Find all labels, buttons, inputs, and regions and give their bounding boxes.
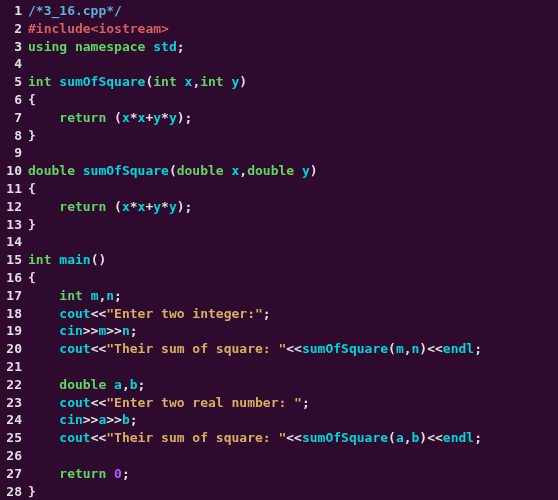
token-plain: ; xyxy=(302,395,310,410)
code-editor[interactable]: 1/*3_16.cpp*/2#include<iostream>3using n… xyxy=(0,0,558,500)
code-line[interactable]: 5int sumOfSquare(int x,int y) xyxy=(0,73,558,91)
token-plain: * xyxy=(161,199,169,214)
token-plain: ( xyxy=(388,430,396,445)
token-string: "Enter two real number: " xyxy=(106,395,302,410)
token-plain: << xyxy=(286,430,302,445)
code-line[interactable]: 14 xyxy=(0,233,558,251)
token-plain: ; xyxy=(177,39,185,54)
code-line[interactable]: 21 xyxy=(0,358,558,376)
token-type: int xyxy=(200,74,223,89)
code-content[interactable]: using namespace std; xyxy=(28,38,558,56)
code-line[interactable]: 24 cin>>a>>b; xyxy=(0,411,558,429)
token-type: double xyxy=(177,163,224,178)
line-number: 9 xyxy=(0,144,28,162)
code-line[interactable]: 9 xyxy=(0,144,558,162)
code-line[interactable]: 20 cout<<"Their sum of square: "<<sumOfS… xyxy=(0,340,558,358)
token-string: "Their sum of square: " xyxy=(106,341,286,356)
code-line[interactable]: 13} xyxy=(0,216,558,234)
code-content[interactable]: cout<<"Enter two real number: "; xyxy=(28,394,558,412)
code-content[interactable]: } xyxy=(28,216,558,234)
code-content[interactable]: } xyxy=(28,127,558,145)
code-line[interactable]: 3using namespace std; xyxy=(0,38,558,56)
code-content[interactable]: /*3_16.cpp*/ xyxy=(28,2,558,20)
code-content[interactable]: int sumOfSquare(int x,int y) xyxy=(28,73,558,91)
token-ident: b xyxy=(130,377,138,392)
code-content[interactable] xyxy=(28,144,558,162)
token-type: int xyxy=(59,288,82,303)
code-content[interactable]: #include<iostream> xyxy=(28,20,558,38)
code-line[interactable]: 12 return (x*x+y*y); xyxy=(0,198,558,216)
token-plain xyxy=(28,288,59,303)
token-plain: ; xyxy=(474,341,482,356)
token-plain: ( xyxy=(106,199,122,214)
token-type: int xyxy=(153,74,176,89)
line-number: 14 xyxy=(0,233,28,251)
code-line[interactable]: 18 cout<<"Enter two integer:"; xyxy=(0,305,558,323)
code-content[interactable] xyxy=(28,358,558,376)
code-line[interactable]: 2#include<iostream> xyxy=(0,20,558,38)
code-content[interactable]: double a,b; xyxy=(28,376,558,394)
code-content[interactable]: } xyxy=(28,483,558,500)
token-plain xyxy=(28,199,59,214)
code-content[interactable]: double sumOfSquare(double x,double y) xyxy=(28,162,558,180)
token-plain xyxy=(83,288,91,303)
code-content[interactable]: return (x*x+y*y); xyxy=(28,198,558,216)
token-ident: m xyxy=(396,341,404,356)
code-line[interactable]: 15int main() xyxy=(0,251,558,269)
code-content[interactable]: cout<<"Enter two integer:"; xyxy=(28,305,558,323)
token-plain: )<< xyxy=(419,341,442,356)
code-content[interactable]: int m,n; xyxy=(28,287,558,305)
line-number: 28 xyxy=(0,483,28,500)
token-plain: << xyxy=(286,341,302,356)
code-line[interactable]: 26 xyxy=(0,447,558,465)
code-content[interactable]: return (x*x+y*y); xyxy=(28,109,558,127)
token-type: int xyxy=(28,252,51,267)
code-content[interactable]: { xyxy=(28,180,558,198)
code-content[interactable]: cin>>m>>n; xyxy=(28,322,558,340)
code-content[interactable]: cin>>a>>b; xyxy=(28,411,558,429)
code-line[interactable]: 25 cout<<"Their sum of square: "<<sumOfS… xyxy=(0,429,558,447)
token-plain: , xyxy=(122,377,130,392)
code-content[interactable] xyxy=(28,55,558,73)
code-line[interactable]: 6{ xyxy=(0,91,558,109)
code-line[interactable]: 16{ xyxy=(0,269,558,287)
token-plain: << xyxy=(91,341,107,356)
code-line[interactable]: 7 return (x*x+y*y); xyxy=(0,109,558,127)
token-plain: () xyxy=(91,252,107,267)
code-line[interactable]: 19 cin>>m>>n; xyxy=(0,322,558,340)
code-content[interactable]: { xyxy=(28,269,558,287)
code-content[interactable] xyxy=(28,233,558,251)
line-number: 25 xyxy=(0,429,28,447)
token-plain: << xyxy=(91,306,107,321)
code-line[interactable]: 8} xyxy=(0,127,558,145)
token-plain: ; xyxy=(263,306,271,321)
code-content[interactable]: cout<<"Their sum of square: "<<sumOfSqua… xyxy=(28,340,558,358)
code-line[interactable]: 11{ xyxy=(0,180,558,198)
token-plain: * xyxy=(130,110,138,125)
code-content[interactable]: int main() xyxy=(28,251,558,269)
code-content[interactable]: cout<<"Their sum of square: "<<sumOfSqua… xyxy=(28,429,558,447)
code-line[interactable]: 10double sumOfSquare(double x,double y) xyxy=(0,162,558,180)
code-line[interactable]: 1/*3_16.cpp*/ xyxy=(0,2,558,20)
token-plain: ); xyxy=(177,110,193,125)
code-content[interactable]: { xyxy=(28,91,558,109)
code-content[interactable] xyxy=(28,447,558,465)
token-plain: ( xyxy=(169,163,177,178)
code-line[interactable]: 27 return 0; xyxy=(0,465,558,483)
token-plain: * xyxy=(130,199,138,214)
token-plain xyxy=(28,323,59,338)
token-plain xyxy=(28,412,59,427)
token-plain: , xyxy=(404,430,412,445)
line-number: 26 xyxy=(0,447,28,465)
code-line[interactable]: 23 cout<<"Enter two real number: "; xyxy=(0,394,558,412)
code-line[interactable]: 22 double a,b; xyxy=(0,376,558,394)
token-ident: y xyxy=(302,163,310,178)
token-plain: ); xyxy=(177,199,193,214)
token-plain: ; xyxy=(122,466,130,481)
token-ident: cout xyxy=(59,430,90,445)
token-ident: cin xyxy=(59,323,82,338)
code-content[interactable]: return 0; xyxy=(28,465,558,483)
code-line[interactable]: 17 int m,n; xyxy=(0,287,558,305)
code-line[interactable]: 28} xyxy=(0,483,558,500)
code-line[interactable]: 4 xyxy=(0,55,558,73)
